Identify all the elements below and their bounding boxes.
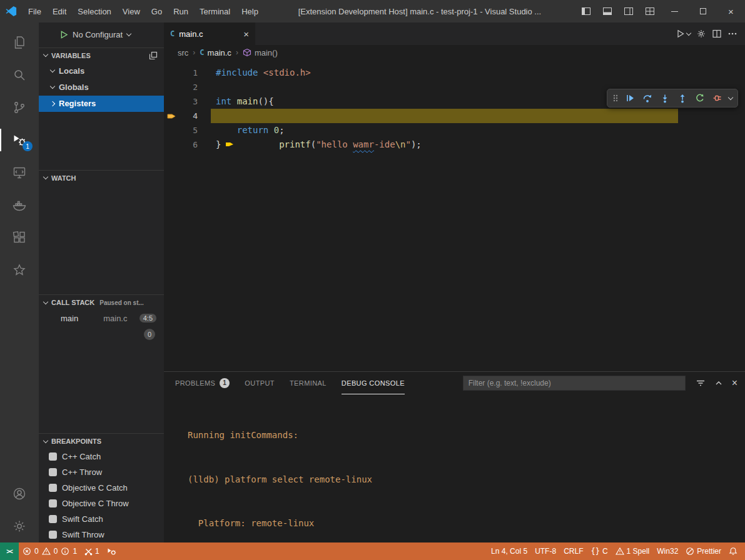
run-or-debug-button[interactable]	[676, 29, 691, 39]
filter-lines-icon[interactable]	[696, 378, 706, 388]
activity-search-button[interactable]	[0, 59, 39, 91]
breadcrumbs: src › C main.c › main()	[164, 45, 745, 60]
glyph-margin[interactable]	[164, 138, 179, 152]
console-filter-input[interactable]	[463, 376, 686, 391]
activity-remote-explorer-button[interactable]	[0, 156, 39, 189]
toggle-panel-button[interactable]	[597, 0, 618, 22]
code-line-6[interactable]: 6 }	[164, 138, 745, 152]
checkbox-unchecked-icon[interactable]	[49, 515, 57, 523]
maximize-button[interactable]	[689, 0, 717, 22]
breadcrumb-file[interactable]: C main.c	[200, 48, 231, 58]
thread-row[interactable]: 0	[39, 326, 164, 342]
close-panel-icon[interactable]: ×	[732, 378, 737, 389]
variables-section: VARIABLES Locals Globals Registers	[39, 48, 164, 170]
breakpoint-objc-throw[interactable]: Objective C Throw	[39, 496, 164, 511]
info-icon	[61, 547, 69, 556]
tab-problems[interactable]: PROBLEMS 1	[175, 372, 230, 394]
activity-debug-button[interactable]: 1	[0, 124, 39, 156]
menu-terminal[interactable]: Terminal	[194, 0, 236, 22]
code-line-1[interactable]: 1 #include <stdio.h>	[164, 66, 745, 80]
close-button[interactable]: ×	[717, 0, 745, 22]
split-editor-icon	[712, 29, 722, 39]
menu-edit[interactable]: Edit	[47, 0, 72, 22]
step-over-icon	[642, 93, 652, 103]
bug-play-icon	[107, 547, 116, 556]
checkbox-unchecked-icon[interactable]	[49, 468, 57, 476]
breakpoint-cpp-catch[interactable]: C++ Catch	[39, 449, 164, 464]
code-line-5[interactable]: 5 return 0;	[164, 123, 745, 138]
breakpoints-section-header[interactable]: BREAKPOINTS	[39, 434, 164, 449]
breakpoint-cpp-throw[interactable]: C++ Throw	[39, 464, 164, 480]
glyph-margin[interactable]	[164, 94, 179, 109]
activity-settings-button[interactable]	[0, 510, 39, 542]
tab-terminal[interactable]: TERMINAL	[290, 372, 327, 394]
glyph-margin[interactable]	[164, 123, 179, 138]
collapse-all-icon[interactable]	[149, 51, 158, 60]
activity-account-button[interactable]	[0, 478, 39, 510]
customize-layout-button[interactable]	[639, 0, 661, 22]
toggle-sidebar-button[interactable]	[575, 0, 597, 22]
disconnect-button[interactable]	[709, 90, 726, 106]
debug-config-dropdown[interactable]: No Configurat	[73, 30, 123, 39]
scope-locals[interactable]: Locals	[39, 63, 164, 79]
scope-globals[interactable]: Globals	[39, 79, 164, 96]
step-into-button[interactable]	[657, 90, 673, 106]
breakpoint-swift-throw[interactable]: Swift Throw	[39, 527, 164, 542]
split-editor-button[interactable]	[712, 29, 722, 39]
code-line-4[interactable]: 4 printf("hello wamr-ide\n");	[164, 109, 745, 123]
tools-status[interactable]: 1	[81, 542, 103, 560]
activity-extensions-button[interactable]	[0, 221, 39, 254]
breadcrumb-src[interactable]: src	[178, 48, 188, 58]
activity-docker-button[interactable]	[0, 189, 39, 221]
activity-source-control-button[interactable]	[0, 91, 39, 124]
call-stack-section-header[interactable]: CALL STACK Paused on st...	[39, 295, 164, 310]
glyph-margin[interactable]	[164, 80, 179, 94]
menu-run[interactable]: Run	[168, 0, 194, 22]
line-number: 5	[179, 123, 198, 138]
chevron-down-icon[interactable]	[727, 98, 734, 99]
checkbox-unchecked-icon[interactable]	[49, 484, 57, 492]
watch-section-header[interactable]: WATCH	[39, 171, 164, 186]
minimize-button[interactable]	[661, 0, 689, 22]
menu-selection[interactable]: Selection	[72, 0, 116, 22]
chevron-up-icon[interactable]	[714, 379, 723, 388]
problems-status[interactable]: 0 0 1	[19, 542, 81, 560]
tab-close-icon[interactable]: ×	[243, 29, 249, 39]
more-actions-button[interactable]	[727, 29, 737, 39]
toggle-secondary-sidebar-button[interactable]	[618, 0, 639, 22]
tab-debug-console[interactable]: DEBUG CONSOLE	[342, 372, 405, 394]
glyph-margin[interactable]	[164, 109, 179, 123]
breakpoint-objc-catch[interactable]: Objective C Catch	[39, 480, 164, 496]
thread-count-badge: 0	[144, 329, 155, 340]
start-debug-icon[interactable]	[60, 31, 68, 39]
variables-section-header[interactable]: VARIABLES	[39, 48, 164, 63]
breadcrumb-symbol[interactable]: main()	[243, 48, 278, 58]
step-over-button[interactable]	[639, 90, 656, 106]
stack-frame-row[interactable]: main main.c 4:5	[39, 310, 164, 326]
checkbox-unchecked-icon[interactable]	[49, 531, 57, 539]
activity-star-button[interactable]	[0, 254, 39, 286]
menu-file[interactable]: File	[23, 0, 47, 22]
menu-go[interactable]: Go	[146, 0, 168, 22]
scope-registers[interactable]: Registers	[39, 96, 164, 112]
tab-main-c[interactable]: C main.c ×	[164, 22, 255, 45]
menu-view[interactable]: View	[117, 0, 146, 22]
checkbox-unchecked-icon[interactable]	[49, 452, 57, 461]
maximize-icon	[700, 8, 706, 14]
remote-explorer-icon	[12, 165, 27, 180]
menu-help[interactable]: Help	[236, 0, 264, 22]
step-out-button[interactable]	[674, 90, 691, 106]
breakpoint-swift-catch[interactable]: Swift Catch	[39, 511, 164, 527]
code-editor[interactable]: 1 #include <stdio.h> 2 3 int main(){ 4	[164, 60, 745, 371]
drag-handle-icon[interactable]	[611, 90, 621, 106]
glyph-margin[interactable]	[164, 66, 179, 80]
tab-output[interactable]: OUTPUT	[245, 372, 275, 394]
debug-status-button[interactable]	[103, 542, 120, 560]
checkbox-unchecked-icon[interactable]	[49, 499, 57, 508]
activity-explorer-button[interactable]	[0, 26, 39, 59]
continue-button[interactable]	[622, 90, 638, 106]
launch-settings-button[interactable]	[696, 29, 706, 39]
remote-indicator[interactable]: ><	[0, 542, 19, 560]
error-icon	[23, 547, 31, 556]
restart-button[interactable]	[692, 90, 708, 106]
